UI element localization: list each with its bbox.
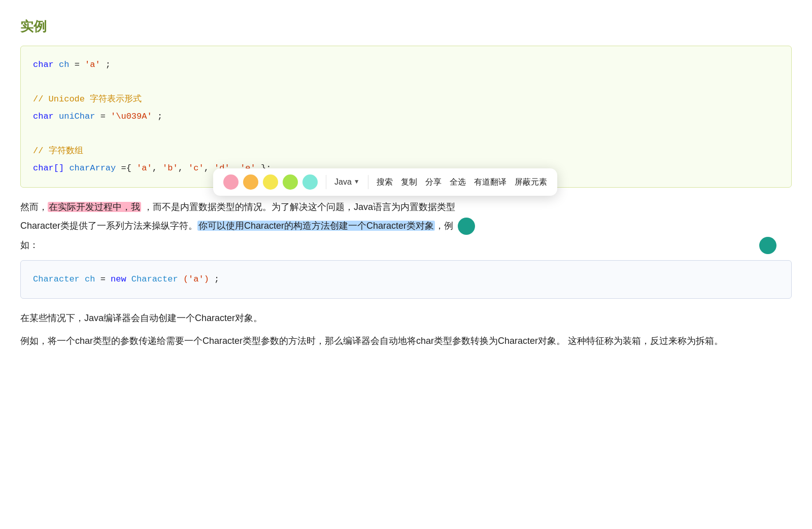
var-unichar: uniChar xyxy=(59,112,95,121)
code2-kw2: new xyxy=(111,274,126,284)
teal-circle-right xyxy=(759,237,776,254)
code-line-1: char ch = 'a' ; xyxy=(33,56,779,74)
text-para-1c: 如： xyxy=(20,237,792,253)
code-spacer-1 xyxy=(33,74,779,91)
code2-var: ch xyxy=(85,274,95,284)
str-arr-a: 'a' xyxy=(137,163,152,173)
lang-selector[interactable]: Java ▼ xyxy=(334,175,360,190)
kw-char: char xyxy=(33,60,54,69)
dot-yellow[interactable] xyxy=(263,174,278,190)
highlight-text-2: 你可以使用Character的构造方法创建一个Character类对象 xyxy=(197,221,435,231)
str-a: 'a' xyxy=(85,60,100,69)
semi-2: ; xyxy=(157,112,162,121)
action-block[interactable]: 屏蔽元素 xyxy=(515,175,547,190)
code2-eq: = xyxy=(100,274,111,284)
eq-1: = xyxy=(75,60,85,69)
code-block-1: char ch = 'a' ; // Unicode 字符表示形式 char u… xyxy=(20,46,792,188)
str-arr-c: 'c' xyxy=(188,163,204,173)
popup-divider-1 xyxy=(326,175,326,189)
semi-1: ; xyxy=(106,60,111,69)
text-class-provides: 类提供了一系列方法来操纵字符。 xyxy=(60,221,197,231)
lang-label: Java xyxy=(334,175,352,190)
action-translate[interactable]: 有道翻译 xyxy=(474,175,506,190)
action-copy[interactable]: 复制 xyxy=(401,175,417,190)
code-line-2: char uniChar = '\u039A' ; xyxy=(33,108,779,125)
code2-kw3: Character xyxy=(131,274,178,284)
section-title: 实例 xyxy=(20,15,792,38)
code2-args: ('a') xyxy=(183,274,209,284)
action-share[interactable]: 分享 xyxy=(425,175,442,190)
comma-1: , xyxy=(152,163,157,173)
dot-pink[interactable] xyxy=(223,174,239,190)
popup-divider-2 xyxy=(368,175,368,189)
color-dots-container xyxy=(223,174,318,190)
text-para-3: 在某些情况下，Java编译器会自动创建一个Character对象。 xyxy=(20,310,792,326)
eq-3: ={ xyxy=(121,163,131,173)
var-ch-name: ch xyxy=(59,60,69,69)
context-menu-popup[interactable]: Java ▼ 搜索 复制 分享 全选 有道翻译 屏蔽元素 xyxy=(213,168,557,196)
comma-2: , xyxy=(178,163,183,173)
code-block-2: Character ch = new Character ('a') ; xyxy=(20,260,792,299)
str-arr-b: 'b' xyxy=(162,163,178,173)
code-comment-3: // 字符数组 xyxy=(33,143,779,160)
text-before-highlight: 然而， xyxy=(20,202,48,212)
kw-char-2: char xyxy=(33,112,54,121)
action-select-all[interactable]: 全选 xyxy=(450,175,466,190)
dot-green[interactable] xyxy=(283,174,298,190)
highlight-text-1: 在实际开发过程中，我 xyxy=(48,202,141,212)
text-para-1b: Character类提供了一系列方法来操纵字符。你可以使用Character的构… xyxy=(20,218,792,235)
text-para-1: 然而，在实际开发过程中，我 Java ▼ 搜索 复制 分享 全选 有道翻译 屏蔽… xyxy=(20,199,792,215)
lang-dropdown-icon: ▼ xyxy=(354,177,360,188)
text-example: ，例 xyxy=(435,221,453,231)
text-between: ，而不是内置数据类型的情况。为了解决这个问题，Java语言为内置数据类型 xyxy=(144,202,455,212)
teal-circle-left xyxy=(458,218,475,235)
str-unicode: '\u039A' xyxy=(111,112,152,121)
dot-orange[interactable] xyxy=(243,174,258,190)
text-character-ref: Character xyxy=(20,221,60,231)
code2-kw1: Character xyxy=(33,274,80,284)
var-chararray: charArray xyxy=(69,163,116,173)
kw-char-arr: char[] xyxy=(33,163,64,173)
action-search[interactable]: 搜索 xyxy=(377,175,393,190)
dot-teal[interactable] xyxy=(302,174,318,190)
code-spacer-2 xyxy=(33,125,779,143)
code2-semi: ; xyxy=(214,274,219,284)
comma-3: , xyxy=(204,163,209,173)
code-comment-2: // Unicode 字符表示形式 xyxy=(33,91,779,108)
text-para-4: 例如，将一个char类型的参数传递给需要一个Character类型参数的方法时，… xyxy=(20,333,792,349)
eq-2: = xyxy=(100,112,111,121)
